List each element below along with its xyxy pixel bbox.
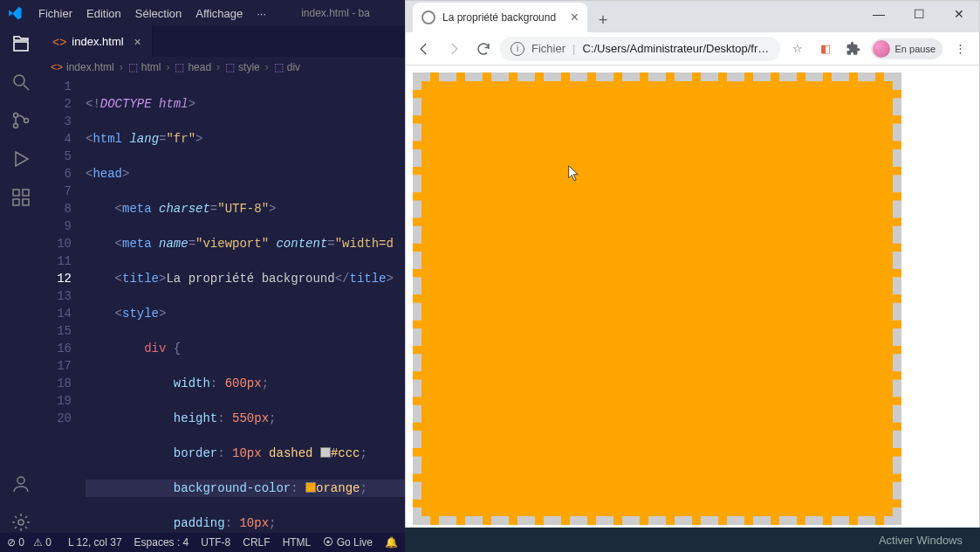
avatar-icon xyxy=(873,40,890,58)
status-notifications-icon[interactable]: 🔔 xyxy=(385,536,398,549)
account-icon[interactable] xyxy=(10,473,31,494)
status-indent[interactable]: Espaces : 4 xyxy=(134,536,189,549)
extensions-icon[interactable] xyxy=(10,187,31,208)
bookmark-star-icon[interactable]: ☆ xyxy=(787,38,808,59)
tab-filename: index.html xyxy=(72,35,123,48)
minimize-button[interactable]: — xyxy=(859,1,899,27)
color-swatch-icon xyxy=(305,482,316,493)
vscode-logo-icon xyxy=(7,5,23,21)
menu-affichage[interactable]: Affichage xyxy=(188,3,250,24)
symbol-icon: ⬚ xyxy=(225,61,235,73)
profile-button[interactable]: En pause xyxy=(871,38,942,59)
new-tab-button[interactable]: + xyxy=(591,8,615,32)
html-file-icon: <> xyxy=(52,35,66,49)
close-icon[interactable]: × xyxy=(134,35,141,49)
settings-icon[interactable] xyxy=(10,512,31,533)
url-path: C:/Users/Administrateur/Desktop/fr_700/b… xyxy=(582,42,769,55)
activity-bar xyxy=(0,26,42,533)
svg-rect-7 xyxy=(23,199,29,205)
status-encoding[interactable]: UTF-8 xyxy=(201,536,230,549)
menu-edition[interactable]: Edition xyxy=(79,3,128,24)
site-info-icon[interactable]: i xyxy=(511,42,524,56)
menu-overflow[interactable]: ··· xyxy=(250,3,273,24)
close-icon[interactable]: × xyxy=(571,10,579,25)
reload-button[interactable] xyxy=(470,36,497,62)
svg-rect-5 xyxy=(23,190,29,196)
status-warnings[interactable]: ⚠ 0 xyxy=(33,536,51,549)
source-control-icon[interactable] xyxy=(10,110,31,131)
close-button[interactable]: ✕ xyxy=(939,1,979,27)
svg-rect-4 xyxy=(13,190,19,196)
window-controls: — ☐ ✕ xyxy=(859,1,979,27)
code-editor[interactable]: 1234 5678 91011 12 13141516 17181920 <!D… xyxy=(42,78,405,533)
color-swatch-icon xyxy=(320,447,331,458)
html-file-icon: <> xyxy=(51,61,63,73)
rendered-div xyxy=(413,72,901,525)
url-scheme: Fichier xyxy=(531,42,565,55)
favicon-icon xyxy=(421,10,435,24)
svg-point-2 xyxy=(14,124,18,128)
svg-point-8 xyxy=(17,477,24,484)
symbol-icon: ⬚ xyxy=(274,61,284,73)
breadcrumb[interactable]: <> index.html › ⬚ html › ⬚ head › ⬚ styl… xyxy=(42,57,405,78)
status-errors[interactable]: ⊘ 0 xyxy=(7,536,24,549)
svg-rect-6 xyxy=(13,199,19,205)
status-cursor-position[interactable]: L 12, col 37 xyxy=(68,536,122,549)
svg-point-1 xyxy=(14,114,18,118)
vscode-statusbar: ⊘ 0 ⚠ 0 L 12, col 37 Espaces : 4 UTF-8 C… xyxy=(0,533,405,552)
maximize-button[interactable]: ☐ xyxy=(899,1,939,27)
menu-icon[interactable]: ⋮ xyxy=(949,38,970,59)
menu-selection[interactable]: Sélection xyxy=(128,3,188,24)
vscode-menubar: Fichier Edition Sélection Affichage ··· … xyxy=(0,0,405,26)
vscode-window: Fichier Edition Sélection Affichage ··· … xyxy=(0,0,405,552)
svg-point-9 xyxy=(18,520,24,525)
chrome-window: — ☐ ✕ La propriété background × + i Fich… xyxy=(405,0,980,552)
tab-title: La propriété background xyxy=(442,11,564,24)
back-button[interactable] xyxy=(411,36,437,62)
address-bar[interactable]: i Fichier | C:/Users/Administrateur/Desk… xyxy=(500,37,780,61)
explorer-icon[interactable] xyxy=(10,33,31,54)
editor-tab-index-html[interactable]: <> index.html × xyxy=(42,26,153,57)
browser-tab[interactable]: La propriété background × xyxy=(413,3,587,32)
status-golive[interactable]: ⦿ Go Live xyxy=(323,536,373,549)
chrome-toolbar: i Fichier | C:/Users/Administrateur/Desk… xyxy=(406,32,979,66)
windows-taskbar: Activer Windows xyxy=(405,528,980,552)
search-icon[interactable] xyxy=(10,72,31,93)
extensions-puzzle-icon[interactable] xyxy=(843,38,864,59)
browser-viewport xyxy=(406,66,979,551)
run-debug-icon[interactable] xyxy=(10,148,31,169)
forward-button[interactable] xyxy=(441,36,467,62)
svg-point-0 xyxy=(14,75,24,86)
code-content[interactable]: <!DOCTYPE html> <html lang="fr"> <head> … xyxy=(86,78,405,533)
activate-windows-text: Activer Windows xyxy=(879,534,963,547)
profile-status: En pause xyxy=(895,44,935,54)
window-title: index.html - ba xyxy=(273,7,398,19)
extension-icon[interactable]: ◧ xyxy=(815,38,836,59)
editor-tabs: <> index.html × xyxy=(42,26,405,57)
symbol-icon: ⬚ xyxy=(128,61,138,73)
line-gutter: 1234 5678 91011 12 13141516 17181920 xyxy=(42,78,86,533)
status-eol[interactable]: CRLF xyxy=(243,536,270,549)
menu-fichier[interactable]: Fichier xyxy=(31,3,79,24)
mouse-cursor-icon xyxy=(568,165,580,183)
symbol-icon: ⬚ xyxy=(175,61,184,73)
editor-area: <> index.html × <> index.html › ⬚ html ›… xyxy=(42,26,405,533)
status-language[interactable]: HTML xyxy=(283,536,312,549)
